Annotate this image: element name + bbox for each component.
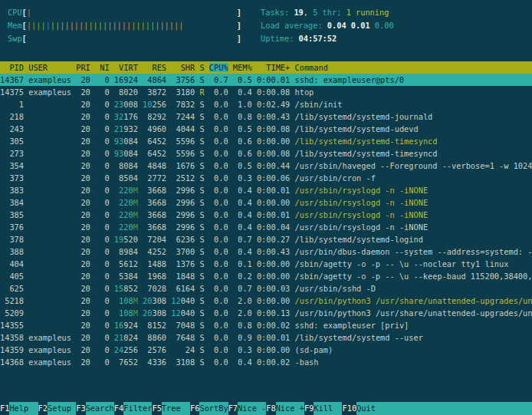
cell-pid: 14368	[0, 357, 24, 367]
fkey-search[interactable]: F3Search	[76, 402, 114, 415]
fkey-quit[interactable]: F10Quit	[342, 402, 385, 415]
column-header-virt[interactable]: VIRT	[114, 63, 138, 72]
cell-res: 3668	[143, 198, 166, 207]
column-header-time[interactable]: TIME+	[257, 63, 290, 72]
cell-virt: 084	[123, 149, 138, 158]
column-header-ni[interactable]: NI	[95, 63, 110, 72]
cell-virt-unit: M	[133, 186, 138, 195]
process-row[interactable]: 378 20 0 19520 7204 6236 S 0.0 0.7 0:00.…	[0, 233, 532, 245]
cell-command: /lib/systemd/systemd-timesyncd	[295, 137, 532, 146]
cell-time: 0:00.02	[257, 321, 290, 330]
process-row[interactable]: 243 20 0 21932 4960 4044 S 0.0 0.5 0:00.…	[0, 123, 532, 135]
column-header-state[interactable]: S	[199, 63, 204, 72]
cell-state: S	[199, 198, 204, 207]
process-row[interactable]: 625 20 0 15852 7028 6164 S 0.0 0.7 0:00.…	[0, 282, 532, 295]
process-row[interactable]: 385 20 0 220M 3668 2996 S 0.0 0.4 0:00.0…	[0, 209, 532, 221]
column-header-cpu[interactable]: CPU%	[209, 63, 228, 72]
process-row[interactable]: 5218 20 0 108M 20308 12040 S 0.0 2.0 0:0…	[0, 295, 532, 307]
cell-mem: 0.4	[233, 222, 252, 232]
cell-mem: 0.4	[233, 87, 252, 97]
cell-time: 0:00.00	[257, 198, 290, 207]
cell-pid: 14359	[0, 345, 24, 354]
process-row[interactable]: 383 20 0 220M 3668 2996 S 0.0 0.4 0:00.0…	[0, 184, 532, 196]
load-5min: 0.01	[351, 21, 375, 30]
cell-res: 308	[152, 308, 166, 318]
cell-virt: 19	[114, 235, 123, 244]
cell-res: 20	[143, 296, 152, 305]
process-row[interactable]: 14367 exampleus 20 0 16924 4864 3756 S 0…	[0, 74, 532, 86]
cell-res: 3872	[143, 87, 166, 97]
process-row[interactable]: 388 20 0 8984 4252 3700 S 0.0 0.4 0:00.4…	[0, 245, 532, 258]
process-row[interactable]: 404 20 0 5612 1488 1376 S 0.0 0.1 0:00.0…	[0, 258, 532, 270]
cell-res: 7028	[143, 284, 166, 293]
process-row[interactable]: 14375 exampleus 20 0 8020 3872 3180 R 0.…	[0, 86, 532, 98]
column-header-res[interactable]: RES	[143, 63, 166, 72]
cell-virt: 23	[114, 100, 123, 109]
process-row[interactable]: 354 20 0 8084 4848 1676 S 0.0 0.5 0:00.4…	[0, 160, 532, 172]
column-header-command[interactable]: Command	[294, 63, 532, 72]
fkey-kill[interactable]: F9Kill	[304, 402, 343, 415]
column-header-pri[interactable]: PRI	[76, 63, 90, 72]
cell-pid: 14355	[0, 321, 24, 330]
column-header-user[interactable]: USER	[28, 63, 71, 72]
cell-time: 0:00.00	[257, 272, 290, 281]
cell-pid: 384	[0, 198, 24, 207]
cell-virt: 21	[114, 333, 123, 342]
process-row[interactable]: 273 20 0 93084 6452 5596 S 0.0 0.6 0:00.…	[0, 147, 532, 160]
cell-shr: 1848	[171, 272, 195, 281]
cell-pid: 376	[0, 222, 24, 232]
fkey-help[interactable]: F1Help	[0, 402, 38, 415]
cell-state: S	[199, 235, 204, 244]
cell-mem: 0.5	[233, 75, 252, 84]
cell-ni: 0	[95, 137, 110, 146]
process-row[interactable]: 14355 20 0 16924 8152 7048 S 0.0 0.8 0:0…	[0, 319, 532, 331]
cell-command: /sbin/agetty -o -p -- \u --keep-baud 115…	[294, 272, 532, 281]
fkey-number: F7	[228, 402, 238, 415]
cell-res: 6452	[143, 149, 166, 158]
cell-mem: 0.7	[233, 235, 252, 244]
cell-state: S	[199, 210, 204, 219]
process-row[interactable]: 405 20 0 5384 1968 1848 S 0.0 0.2 0:00.0…	[0, 270, 532, 282]
cell-user	[28, 308, 71, 318]
cell-command: /usr/bin/dbus-daemon --system --address=…	[294, 247, 532, 256]
fkey-nice[interactable]: F8Nice +	[266, 402, 304, 415]
cell-command: /sbin/agetty -o -p -- \u --noclear tty1 …	[294, 259, 532, 268]
table-header: PID USER PRI NI VIRT RES SHR S CPU% MEM%…	[0, 61, 532, 74]
cell-shr: 24	[171, 345, 195, 354]
cell-pid: 1	[0, 100, 24, 109]
fkey-filter[interactable]: F4Filter	[114, 402, 153, 415]
fkey-nice[interactable]: F7Nice -	[228, 402, 267, 415]
cell-res: 4960	[143, 124, 166, 133]
cell-user	[28, 259, 71, 268]
cell-time: 0:00.01	[257, 186, 290, 195]
fkey-setup[interactable]: F2Setup	[38, 402, 77, 415]
cell-res: 1968	[143, 272, 166, 281]
process-row[interactable]: 373 20 0 8504 2772 2512 S 0.0 0.3 0:00.0…	[0, 172, 532, 184]
fkey-label: SortBy	[199, 402, 228, 415]
column-header-mem[interactable]: MEM%	[233, 63, 252, 72]
cell-shr: 040	[181, 296, 195, 305]
cell-user	[28, 235, 71, 244]
system-stats: Tasks: 19, 5 thr; 1 running Load average…	[261, 6, 394, 45]
cell-virt: 8504	[114, 173, 138, 183]
process-row[interactable]: 1 20 0 23008 10256 7832 S 0.0 1.0 0:02.4…	[0, 98, 532, 110]
cell-cpu: 0.0	[209, 345, 228, 354]
process-row[interactable]: 376 20 0 220M 3668 2996 S 0.0 0.4 0:00.0…	[0, 221, 532, 233]
process-row[interactable]: 14368 exampleus 20 0 7652 4336 3108 S 0.…	[0, 356, 532, 368]
fkey-tree[interactable]: F5Tree	[152, 402, 190, 415]
process-row[interactable]: 14359 exampleus 20 0 24256 2576 24 S 0.0…	[0, 344, 532, 356]
column-header-pid[interactable]: PID	[0, 63, 24, 72]
terminal[interactable]: CPU[|] Mem[|||||||||||||||||||||||||||||…	[0, 0, 532, 415]
cpu-meter-label: CPU	[8, 6, 22, 19]
column-header-shr[interactable]: SHR	[171, 63, 195, 72]
process-row[interactable]: 384 20 0 220M 3668 2996 S 0.0 0.4 0:00.0…	[0, 196, 532, 209]
cell-user	[28, 161, 71, 170]
cell-ni: 0	[95, 357, 110, 367]
process-row[interactable]: 14358 exampleus 20 0 21024 8860 7648 S 0…	[0, 331, 532, 344]
process-row[interactable]: 305 20 0 93084 6452 5596 S 0.0 0.6 0:00.…	[0, 135, 532, 147]
process-row[interactable]: 5209 20 0 108M 20308 12040 S 0.0 2.0 0:0…	[0, 307, 532, 319]
fkey-sortby[interactable]: F6SortBy	[190, 402, 228, 415]
tasks-label: Tasks:	[261, 8, 294, 17]
cpu-meter: CPU[|]	[8, 6, 241, 19]
process-row[interactable]: 218 20 0 32176 8292 7244 S 0.0 0.8 0:00.…	[0, 110, 532, 123]
